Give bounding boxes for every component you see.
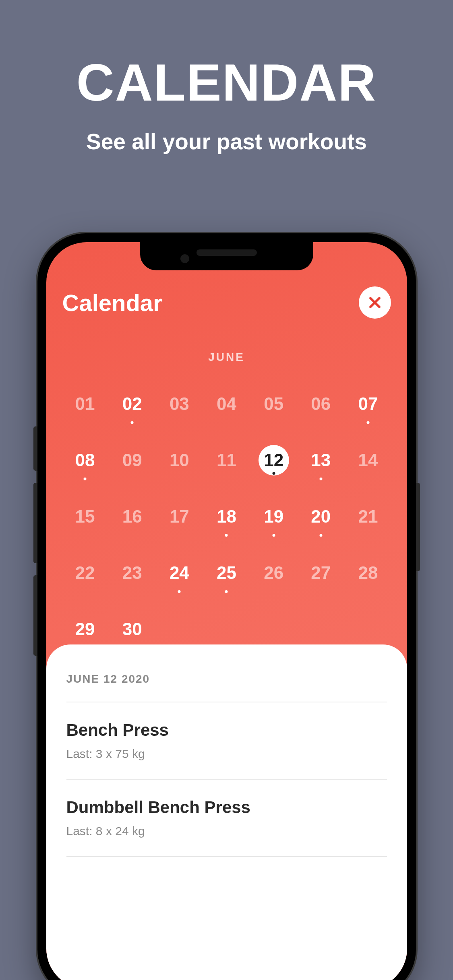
workout-dot-icon	[131, 421, 134, 424]
calendar-day[interactable]: 15	[62, 500, 109, 533]
screen-title: Calendar	[62, 289, 162, 316]
day-number: 26	[264, 563, 283, 583]
calendar-day[interactable]: 20	[297, 500, 344, 533]
exercise-last-set: Last: 3 x 75 kg	[66, 747, 387, 761]
day-number: 15	[75, 506, 95, 527]
exercise-row[interactable]: Bench PressLast: 3 x 75 kg	[66, 702, 387, 780]
workout-dot-icon	[225, 590, 228, 593]
calendar-day[interactable]: 21	[344, 500, 391, 533]
month-label: JUNE	[46, 351, 407, 364]
calendar-day[interactable]: 23	[109, 557, 156, 589]
workout-dot-icon	[272, 534, 275, 537]
calendar-day[interactable]: 12	[250, 444, 297, 476]
promo-subtitle: See all your past workouts	[0, 129, 453, 154]
calendar-day[interactable]: 24	[156, 557, 203, 589]
day-number: 28	[358, 563, 378, 583]
calendar-day[interactable]: 13	[297, 444, 344, 476]
calendar-grid: 0102030405060708091011121314151617181920…	[46, 388, 407, 645]
day-number: 27	[311, 563, 331, 583]
calendar-day[interactable]: 14	[344, 444, 391, 476]
day-number: 21	[358, 506, 378, 527]
exercise-row[interactable]: Dumbbell Bench PressLast: 8 x 24 kg	[66, 780, 387, 857]
day-number: 24	[170, 563, 189, 583]
calendar-day[interactable]: 01	[62, 388, 109, 420]
calendar-day[interactable]: 22	[62, 557, 109, 589]
day-number: 11	[217, 450, 236, 470]
calendar-day[interactable]: 10	[156, 444, 203, 476]
device-notch	[140, 242, 313, 270]
device-side-button	[416, 483, 420, 571]
calendar-day[interactable]: 07	[344, 388, 391, 420]
day-number: 10	[170, 450, 189, 470]
day-number: 02	[122, 394, 142, 414]
promo-title: CALENDAR	[0, 0, 453, 113]
day-number: 13	[311, 450, 331, 470]
day-number: 12	[264, 450, 283, 470]
calendar-day[interactable]: 03	[156, 388, 203, 420]
calendar-day[interactable]: 04	[203, 388, 250, 420]
day-number: 22	[75, 563, 95, 583]
day-number: 19	[264, 506, 283, 527]
day-number: 04	[217, 394, 236, 414]
calendar-day[interactable]: 16	[109, 500, 156, 533]
exercise-list: Bench PressLast: 3 x 75 kgDumbbell Bench…	[66, 702, 387, 857]
workout-dot-icon	[319, 478, 322, 480]
day-number: 30	[122, 619, 142, 639]
day-number: 08	[75, 450, 95, 470]
calendar-day[interactable]: 09	[109, 444, 156, 476]
day-number: 01	[75, 394, 95, 414]
app-screen: Calendar JUNE 01020304050607080910111213…	[46, 242, 407, 980]
day-number: 09	[122, 450, 142, 470]
exercise-name: Dumbbell Bench Press	[66, 798, 387, 817]
calendar-day[interactable]: 05	[250, 388, 297, 420]
workout-sheet: JUNE 12 2020 Bench PressLast: 3 x 75 kgD…	[46, 644, 407, 980]
day-number: 16	[122, 506, 142, 527]
calendar-day[interactable]: 27	[297, 557, 344, 589]
calendar-day[interactable]: 30	[109, 613, 156, 645]
day-number: 03	[170, 394, 189, 414]
calendar-day[interactable]: 19	[250, 500, 297, 533]
calendar-day[interactable]: 18	[203, 500, 250, 533]
day-number: 18	[217, 506, 236, 527]
device-frame: Calendar JUNE 01020304050607080910111213…	[37, 233, 416, 980]
calendar-day[interactable]: 06	[297, 388, 344, 420]
day-number: 17	[170, 506, 189, 527]
calendar-day[interactable]: 28	[344, 557, 391, 589]
workout-dot-icon	[84, 478, 87, 480]
calendar-day[interactable]: 26	[250, 557, 297, 589]
day-number: 20	[311, 506, 331, 527]
day-number: 07	[358, 394, 378, 414]
day-number: 25	[217, 563, 236, 583]
workout-dot-icon	[272, 472, 275, 475]
workout-dot-icon	[178, 590, 181, 593]
calendar-day[interactable]: 25	[203, 557, 250, 589]
workout-dot-icon	[366, 421, 369, 424]
close-button[interactable]	[359, 286, 391, 319]
day-number: 14	[358, 450, 378, 470]
close-icon	[367, 295, 383, 310]
day-number: 05	[264, 394, 283, 414]
calendar-day[interactable]: 29	[62, 613, 109, 645]
calendar-day[interactable]: 02	[109, 388, 156, 420]
workout-dot-icon	[225, 534, 228, 537]
exercise-last-set: Last: 8 x 24 kg	[66, 824, 387, 838]
day-number: 06	[311, 394, 331, 414]
calendar-day[interactable]: 17	[156, 500, 203, 533]
day-number: 23	[122, 563, 142, 583]
calendar-day[interactable]: 08	[62, 444, 109, 476]
day-number: 29	[75, 619, 95, 639]
calendar-day[interactable]: 11	[203, 444, 250, 476]
exercise-name: Bench Press	[66, 721, 387, 740]
workout-dot-icon	[319, 534, 322, 537]
selected-date-label: JUNE 12 2020	[66, 673, 387, 702]
